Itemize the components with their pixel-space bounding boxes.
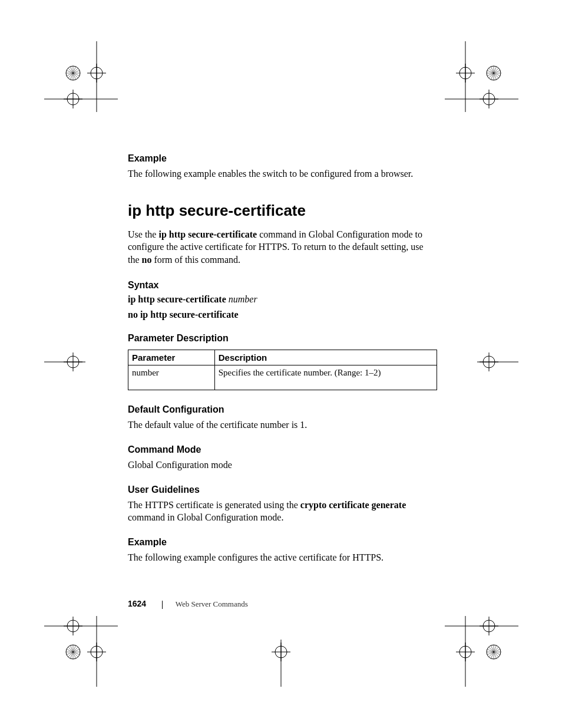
user-guidelines-heading: User Guidelines (128, 485, 437, 495)
page-content: Example The following example enables th… (128, 153, 437, 577)
example-section-1: Example The following example enables th… (128, 153, 437, 180)
guidelines-prefix: The HTTPS certificate is generated using… (128, 500, 300, 510)
guidelines-suffix: command in Global Configuration mode. (128, 512, 283, 522)
default-config-heading: Default Configuration (128, 404, 437, 415)
chapter-name: Web Server Commands (176, 599, 248, 608)
intro-paragraph: Use the ip http secure-certificate comma… (128, 228, 437, 266)
example-heading-2: Example (128, 537, 437, 548)
footer-divider (162, 601, 163, 609)
page-footer: 1624 Web Server Commands (128, 599, 248, 609)
syntax-heading: Syntax (128, 280, 437, 291)
intro-suffix: form of this command. (151, 255, 240, 265)
example-heading-1: Example (128, 153, 437, 164)
param-desc-heading: Parameter Description (128, 333, 437, 344)
page-number: 1624 (128, 599, 146, 608)
intro-prefix: Use the (128, 229, 158, 239)
param-desc-section: Parameter Description Parameter Descript… (128, 333, 437, 390)
param-table-header-row: Parameter Description (128, 350, 437, 365)
desc-cell: Specifies the certificate number. (Range… (214, 365, 437, 390)
example-section-2: Example The following example configures… (128, 537, 437, 564)
guidelines-cmd: crypto certificate generate (300, 500, 406, 510)
param-table-row: number Specifies the certificate number.… (128, 365, 437, 390)
syntax-line-2: no ip http secure-certificate (128, 309, 437, 320)
intro-no: no (142, 255, 152, 265)
command-title: ip http secure-certificate (128, 202, 437, 220)
default-config-text: The default value of the certificate num… (128, 419, 437, 431)
default-config-section: Default Configuration The default value … (128, 404, 437, 431)
param-col-header: Parameter (128, 350, 215, 365)
command-mode-text: Global Configuration mode (128, 459, 437, 472)
syntax-line1-arg: number (229, 294, 257, 304)
command-mode-section: Command Mode Global Configuration mode (128, 444, 437, 472)
user-guidelines-section: User Guidelines The HTTPS certificate is… (128, 485, 437, 524)
syntax-line1-cmd: ip http secure-certificate (128, 294, 229, 304)
syntax-line-1: ip http secure-certificate number (128, 294, 437, 305)
command-mode-heading: Command Mode (128, 444, 437, 455)
example-text-1: The following example enables the switch… (128, 167, 437, 180)
param-cell: number (128, 365, 215, 390)
param-table: Parameter Description number Specifies t… (128, 350, 437, 390)
example-text-2: The following example configures the act… (128, 551, 437, 564)
user-guidelines-text: The HTTPS certificate is generated using… (128, 499, 437, 524)
syntax-section: Syntax ip http secure-certificate number… (128, 280, 437, 320)
intro-cmd: ip http secure-certificate (158, 229, 257, 239)
desc-col-header: Description (214, 350, 437, 365)
